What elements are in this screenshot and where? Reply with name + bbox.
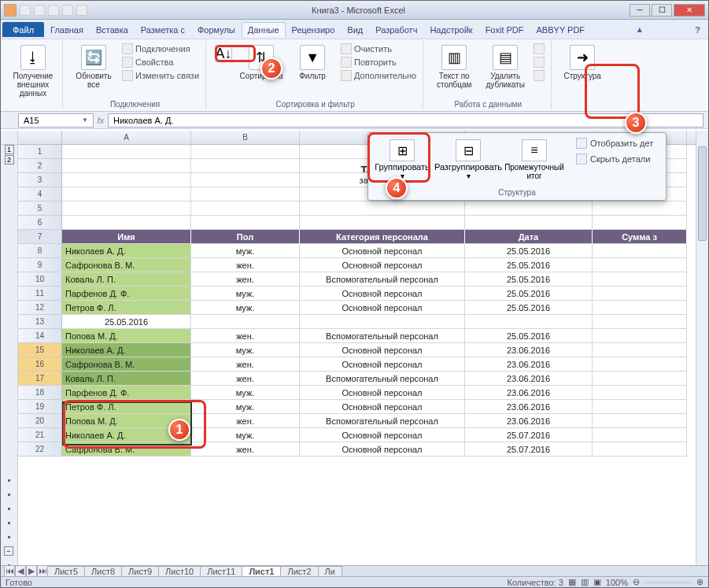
cell[interactable]: Основной персонал	[300, 442, 465, 457]
table-row[interactable]: 16Сафронова В. М.жен.Основной персонал23…	[18, 357, 708, 372]
zoom-slider[interactable]	[644, 581, 692, 584]
tab-dev[interactable]: Разработч	[369, 22, 423, 37]
tab-nav-next[interactable]: ▶	[26, 565, 37, 577]
row-header[interactable]: 9	[18, 258, 62, 272]
cell[interactable]	[593, 357, 687, 372]
sheet-tab[interactable]: Лист9	[121, 566, 159, 576]
cell[interactable]: Основной персонал	[300, 258, 465, 272]
zoom-in-icon[interactable]: ⊕	[696, 577, 703, 587]
cell[interactable]: муж.	[191, 386, 300, 400]
cell[interactable]: Категория персонала	[300, 230, 465, 244]
outline-level-2[interactable]: 2	[5, 155, 14, 165]
table-row[interactable]: 22Сафронова В. М.жен.Основной персонал25…	[18, 442, 708, 457]
consolidate-button[interactable]	[532, 56, 546, 68]
cell[interactable]: Николаев А. Д.	[62, 244, 191, 258]
tab-view[interactable]: Вид	[341, 22, 369, 37]
cell[interactable]: жен.	[191, 272, 300, 287]
cell[interactable]	[300, 202, 465, 216]
cell[interactable]: 23.06.2016	[465, 386, 593, 400]
qat-btn[interactable]	[76, 5, 87, 16]
cell[interactable]: муж.	[191, 244, 300, 258]
cell[interactable]: 25.05.2016	[465, 329, 593, 343]
cell[interactable]: Вспомогательный персонал	[300, 372, 465, 386]
minimize-ribbon-icon[interactable]: ▴	[631, 21, 648, 37]
cell[interactable]: 23.06.2016	[465, 372, 593, 386]
cell[interactable]: жен.	[191, 442, 300, 457]
cell[interactable]: Николаев А. Д.	[62, 343, 191, 357]
tab-nav-prev[interactable]: ◀	[15, 565, 26, 577]
row-header[interactable]: 4	[18, 187, 62, 202]
cell[interactable]	[593, 428, 687, 442]
cell[interactable]	[593, 202, 687, 216]
tab-nav-last[interactable]: ⏭	[37, 565, 48, 577]
table-row[interactable]: 14Попова М. Д.жен.Вспомогательный персон…	[18, 329, 708, 343]
cell[interactable]	[62, 145, 191, 159]
cell[interactable]	[465, 216, 593, 230]
cell[interactable]	[465, 315, 593, 329]
cell[interactable]	[593, 244, 687, 258]
row-header[interactable]: 12	[18, 301, 62, 315]
tab-home[interactable]: Главная	[44, 22, 90, 37]
ungroup-button[interactable]: ⊟Разгруппировать▾	[438, 136, 499, 183]
cell[interactable]: муж.	[191, 343, 300, 357]
table-row[interactable]: 11Парфенов Д. Ф.муж.Основной персонал25.…	[18, 287, 708, 301]
table-row[interactable]: 6	[18, 216, 708, 230]
tab-foxit[interactable]: Foxit PDF	[479, 22, 530, 37]
qat-redo-icon[interactable]	[48, 5, 59, 16]
row-header[interactable]: 13	[18, 315, 62, 329]
cell[interactable]: Основной персонал	[300, 400, 465, 414]
cell[interactable]: Основной персонал	[300, 244, 465, 258]
cell[interactable]	[593, 442, 687, 457]
cell[interactable]: Парфенов Д. Ф.	[62, 287, 191, 301]
outline-collapse[interactable]: −	[4, 546, 13, 556]
sheet-tab[interactable]: Лист2	[280, 566, 318, 576]
cell[interactable]: муж.	[191, 301, 300, 315]
sheet-tab[interactable]: Ли	[318, 566, 342, 576]
table-row[interactable]: 10Коваль Л. П.жен.Вспомогательный персон…	[18, 272, 708, 287]
view-normal-icon[interactable]: ▦	[568, 577, 576, 587]
cell[interactable]	[300, 315, 465, 329]
external-data-button[interactable]: ⭳Получение внешних данных	[9, 43, 57, 100]
cell[interactable]: 23.06.2016	[465, 343, 593, 357]
tab-formulas[interactable]: Формулы	[191, 22, 242, 37]
cell[interactable]: жен.	[191, 329, 300, 343]
whatif-button[interactable]	[532, 69, 546, 82]
row-header[interactable]: 5	[18, 202, 62, 216]
cell[interactable]	[593, 386, 687, 400]
group-button[interactable]: ⊞Группировать▾	[371, 136, 433, 183]
sheet-tab[interactable]: Лист5	[47, 566, 85, 576]
sheet-tab[interactable]: Лист10	[158, 566, 201, 576]
tab-layout[interactable]: Разметка с	[135, 22, 191, 37]
cell[interactable]	[62, 202, 191, 216]
cell[interactable]: 23.06.2016	[465, 400, 593, 414]
edit-links-button[interactable]: Изменить связи	[120, 69, 201, 82]
row-header[interactable]: 19	[18, 400, 62, 414]
cell[interactable]	[593, 287, 687, 301]
col-header[interactable]: A	[62, 131, 191, 144]
cell[interactable]: 25.07.2016	[465, 442, 593, 457]
qat-btn[interactable]	[62, 5, 73, 16]
cell[interactable]: 25.05.2016	[465, 272, 593, 287]
tab-nav-first[interactable]: ⏮	[4, 565, 15, 577]
data-validation-button[interactable]	[532, 43, 546, 55]
clear-filter-button[interactable]: Очистить	[339, 43, 418, 55]
text-to-columns-button[interactable]: ▥Текст по столбцам	[430, 43, 478, 91]
connections-button[interactable]: Подключения	[120, 43, 201, 55]
table-row[interactable]: 18Парфенов Д. Ф.муж.Основной персонал23.…	[18, 386, 708, 400]
fx-icon[interactable]: fx	[94, 116, 108, 125]
sheet-tab[interactable]: Лист1	[242, 566, 281, 576]
cell[interactable]	[593, 315, 687, 329]
cell[interactable]: Основной персонал	[300, 428, 465, 442]
cell[interactable]: 25.05.2016	[62, 315, 191, 329]
table-row[interactable]: 15Николаев А. Д.муж.Основной персонал23.…	[18, 343, 708, 357]
cell[interactable]	[191, 173, 300, 187]
outline-level-1[interactable]: 1	[5, 145, 14, 154]
tab-insert[interactable]: Вставка	[90, 22, 135, 37]
cell[interactable]: Вспомогательный персонал	[300, 414, 465, 428]
sheet-tab[interactable]: Лист8	[84, 566, 122, 576]
row-header[interactable]: 21	[18, 428, 62, 442]
cell[interactable]: 25.05.2016	[465, 258, 593, 272]
table-row[interactable]: 21Николаев А. Д.муж.Основной персонал25.…	[18, 428, 708, 442]
qat-undo-icon[interactable]	[34, 5, 45, 16]
tab-file[interactable]: Файл	[2, 22, 44, 37]
